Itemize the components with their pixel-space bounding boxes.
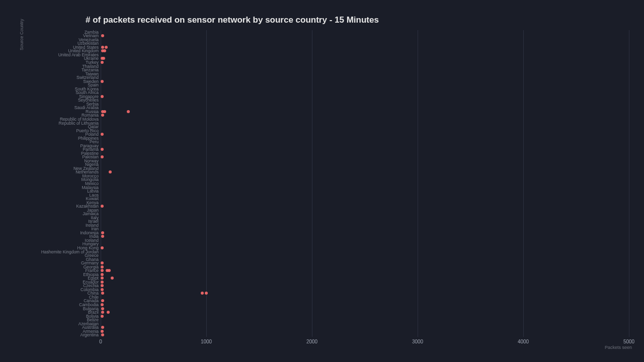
data-point xyxy=(101,281,104,284)
data-point xyxy=(101,148,104,151)
data-point xyxy=(105,46,108,49)
gridline xyxy=(206,30,207,337)
data-point xyxy=(101,307,104,310)
data-point xyxy=(108,269,111,272)
data-point xyxy=(101,46,104,49)
data-point xyxy=(103,49,106,52)
gridline xyxy=(629,30,629,337)
x-tick-label: 3000 xyxy=(412,339,423,344)
x-tick-label: 2000 xyxy=(306,339,317,344)
data-point xyxy=(101,114,104,117)
data-point xyxy=(101,95,104,98)
chart-container: # of packets received on sensor network … xyxy=(0,0,644,362)
data-point xyxy=(101,273,104,276)
data-point xyxy=(101,231,104,234)
data-point xyxy=(101,288,104,291)
chart-title: # of packets received on sensor network … xyxy=(86,15,379,25)
data-point xyxy=(101,246,104,249)
data-point xyxy=(101,34,104,37)
y-tick-label: Zambia xyxy=(85,30,99,35)
x-tick-label: 1000 xyxy=(201,339,212,344)
data-point xyxy=(101,277,104,280)
data-point xyxy=(103,110,106,113)
data-point xyxy=(101,333,104,336)
data-point xyxy=(101,80,104,83)
data-point xyxy=(205,292,208,295)
data-point xyxy=(111,277,114,280)
data-point xyxy=(101,292,104,295)
x-axis-label: Packets seen xyxy=(605,345,632,350)
data-point xyxy=(101,155,104,158)
gridline xyxy=(312,30,312,337)
gridline xyxy=(523,30,524,337)
data-point xyxy=(101,265,104,268)
data-point xyxy=(101,311,104,314)
data-point xyxy=(101,205,104,208)
y-axis-label: Source Country xyxy=(19,19,24,50)
data-point xyxy=(101,61,104,64)
data-point xyxy=(101,269,104,272)
data-point xyxy=(109,170,112,173)
data-point xyxy=(101,330,104,333)
data-point xyxy=(101,133,104,136)
data-point xyxy=(101,326,104,329)
data-point xyxy=(102,57,105,60)
plot-area: 010002000300040005000ArgentinaArmeniaAus… xyxy=(101,30,629,337)
data-point xyxy=(127,110,130,113)
x-tick-label: 5000 xyxy=(623,339,634,344)
x-tick-label: 4000 xyxy=(518,339,529,344)
data-point xyxy=(107,311,110,314)
data-point xyxy=(101,303,104,306)
data-point xyxy=(101,315,104,318)
gridline xyxy=(418,30,418,337)
data-point xyxy=(101,235,104,238)
x-tick-label: 0 xyxy=(99,339,102,344)
data-point xyxy=(201,292,204,295)
data-point xyxy=(101,261,104,264)
data-point xyxy=(101,299,104,302)
data-point xyxy=(101,284,104,287)
